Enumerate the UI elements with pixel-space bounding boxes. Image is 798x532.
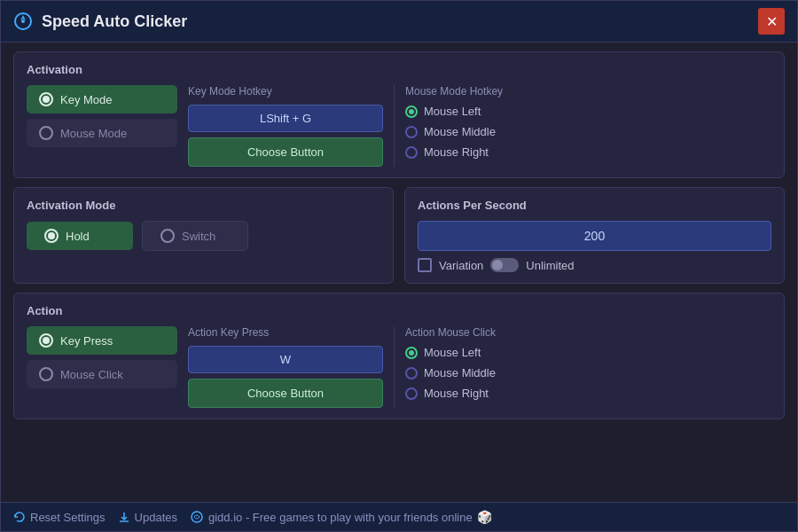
footer: Reset Settings Updates gidd.io - Free ga… bbox=[1, 502, 797, 531]
hold-switch-row: Hold Switch bbox=[27, 221, 380, 251]
action-mouse-right-radio bbox=[405, 387, 418, 400]
action-mouse-right-row: Mouse Right bbox=[405, 385, 771, 402]
action-mouse-click-section: Action Mouse Click Mouse Left Mouse Midd… bbox=[405, 326, 771, 402]
reset-icon bbox=[13, 511, 26, 523]
action-key-press-section: Action Key Press W Choose Button bbox=[188, 326, 383, 408]
key-press-button[interactable]: Key Press bbox=[27, 326, 177, 355]
mouse-left-radio-row: Mouse Left bbox=[405, 103, 771, 120]
unlimited-label: Unlimited bbox=[526, 259, 574, 272]
key-mode-radio bbox=[39, 92, 53, 106]
svg-point-1 bbox=[21, 20, 25, 23]
activation-mode-title: Activation Mode bbox=[27, 199, 380, 212]
middle-row: Activation Mode Hold Switch Actions Per … bbox=[13, 187, 785, 284]
key-press-radio bbox=[39, 333, 53, 348]
mouse-mode-radio bbox=[39, 126, 53, 140]
mouse-mode-button[interactable]: Mouse Mode bbox=[27, 119, 177, 147]
mouse-mode-hotkey-section: Mouse Mode Hotkey Mouse Left Mouse Middl… bbox=[405, 85, 771, 160]
close-button[interactable]: ✕ bbox=[758, 8, 785, 35]
activation-row: Key Mode Mouse Mode Key Mode Hotkey LShi… bbox=[27, 85, 771, 167]
divider1 bbox=[394, 85, 395, 167]
unlimited-toggle[interactable] bbox=[490, 258, 519, 272]
switch-radio bbox=[160, 229, 175, 243]
mouse-right-radio bbox=[405, 146, 418, 159]
app-icon bbox=[13, 12, 33, 31]
main-window: Speed Auto Clicker ✕ Activation Key Mode… bbox=[0, 0, 798, 532]
gidd-link[interactable]: gidd.io - Free games to play with your f… bbox=[190, 510, 492, 524]
aps-title: Actions Per Second bbox=[418, 199, 771, 212]
activation-title: Activation bbox=[27, 63, 771, 76]
hold-radio bbox=[44, 229, 59, 243]
variation-label: Variation bbox=[439, 259, 483, 272]
mouse-middle-radio bbox=[405, 126, 418, 138]
key-mode-hotkey-section: Key Mode Hotkey LShift + G Choose Button bbox=[188, 85, 383, 167]
gidd-icon bbox=[190, 510, 204, 524]
updates-link[interactable]: Updates bbox=[118, 511, 177, 524]
choose-button-activation[interactable]: Choose Button bbox=[188, 137, 383, 167]
variation-checkbox[interactable] bbox=[418, 258, 432, 272]
reset-settings-link[interactable]: Reset Settings bbox=[13, 511, 106, 524]
actions-per-second-section: Actions Per Second 200 Variation Unlimit… bbox=[404, 187, 785, 284]
aps-value-display[interactable]: 200 bbox=[418, 221, 771, 251]
choose-button-action[interactable]: Choose Button bbox=[188, 379, 383, 408]
hold-button[interactable]: Hold bbox=[27, 222, 133, 250]
mouse-mode-hotkey-title: Mouse Mode Hotkey bbox=[405, 85, 771, 98]
action-mouse-left-radio bbox=[405, 347, 418, 359]
mouse-click-button[interactable]: Mouse Click bbox=[27, 360, 177, 388]
action-mouse-click-title: Action Mouse Click bbox=[405, 326, 771, 339]
switch-button[interactable]: Switch bbox=[142, 221, 248, 251]
activation-mode-group: Key Mode Mouse Mode bbox=[27, 85, 177, 147]
action-mouse-left-row: Mouse Left bbox=[405, 344, 771, 361]
mouse-click-radio bbox=[39, 367, 53, 381]
action-section: Action Key Press Mouse Click Action Key … bbox=[13, 293, 785, 419]
action-key-value: W bbox=[188, 346, 383, 373]
action-type-group: Key Press Mouse Click bbox=[27, 326, 177, 388]
action-key-press-title: Action Key Press bbox=[188, 326, 383, 339]
key-mode-button[interactable]: Key Mode bbox=[27, 85, 177, 113]
action-mouse-middle-radio bbox=[405, 367, 418, 379]
activation-mode-section: Activation Mode Hold Switch bbox=[13, 187, 394, 284]
divider2 bbox=[394, 326, 395, 408]
window-title: Speed Auto Clicker bbox=[42, 12, 749, 31]
download-icon bbox=[118, 511, 130, 523]
activation-section: Activation Key Mode Mouse Mode Key Mode … bbox=[13, 51, 785, 178]
hotkey-value-display: LShift + G bbox=[188, 105, 383, 132]
dice-icon: 🎲 bbox=[477, 510, 492, 524]
content-area: Activation Key Mode Mouse Mode Key Mode … bbox=[1, 43, 797, 502]
action-title: Action bbox=[27, 304, 771, 317]
key-mode-hotkey-title: Key Mode Hotkey bbox=[188, 85, 383, 98]
mouse-left-radio bbox=[405, 106, 418, 118]
variation-row: Variation Unlimited bbox=[418, 258, 771, 272]
svg-point-2 bbox=[192, 512, 202, 522]
action-row: Key Press Mouse Click Action Key Press W… bbox=[27, 326, 771, 408]
action-mouse-middle-row: Mouse Middle bbox=[405, 364, 771, 381]
title-bar: Speed Auto Clicker ✕ bbox=[1, 1, 797, 43]
mouse-middle-radio-row: Mouse Middle bbox=[405, 123, 771, 140]
mouse-right-radio-row: Mouse Right bbox=[405, 144, 771, 160]
